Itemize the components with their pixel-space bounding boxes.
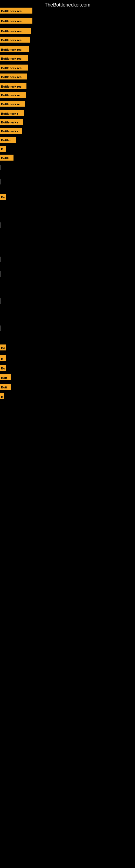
tick-line [0, 299, 1, 304]
bar-row: Bottleneck re [0, 92, 26, 98]
bar-row: B [0, 393, 4, 399]
bar-row: Bottleneck r [0, 110, 24, 116]
bar-label: Bottleneck re [0, 101, 25, 106]
bar-row: Bottleneck res [0, 65, 28, 70]
bar-row: Bottleneck resu [0, 28, 31, 34]
bar-label: Bottleneck res [0, 65, 28, 70]
bar-label: Bottleneck re [0, 92, 26, 98]
bar-label: Bottleneck resu [0, 8, 32, 13]
bar-label: Bo [0, 194, 6, 199]
bar-row: Bottleneck resu [0, 18, 32, 24]
bar-row: Bottleneck re [0, 101, 25, 106]
tick-line [0, 271, 1, 277]
bar-label: Bottleneck resu [0, 28, 31, 34]
bar-label: Bo [0, 365, 6, 371]
tick-line [0, 165, 1, 170]
bar-label: B [0, 393, 4, 399]
bar-label: Bottleneck res [0, 37, 30, 42]
bar-label: Bottleneck res [0, 46, 29, 52]
bar-label: Bottle [0, 155, 13, 161]
bar-label: Bottleneck resu [0, 18, 32, 24]
bar-row: Bottleneck res [0, 83, 27, 89]
tick-line [0, 257, 1, 262]
tick-line [0, 326, 1, 331]
bar-label: B [0, 146, 6, 152]
bar-row: Bottleneck res [0, 46, 29, 52]
bar-row: Bottleneck res [0, 55, 28, 61]
bar-row: Bo [0, 344, 6, 350]
bar-row: Bottleneck resu [0, 8, 32, 13]
tick-line [0, 179, 1, 184]
bar-row: Bo [0, 365, 6, 371]
bar-row: B [0, 146, 6, 152]
bar-row: Bottleneck res [0, 73, 27, 80]
bar-label: Bottleneck r [0, 128, 22, 134]
bar-label: Bottleneck r [0, 110, 24, 116]
bar-label: Bottleneck res [0, 55, 28, 61]
bar-row: Bottleneck res [0, 37, 30, 42]
bar-label: Bottleneck r [0, 119, 23, 125]
bar-row: B [0, 355, 6, 361]
bar-row: Bottle [0, 155, 13, 161]
bar-label: Bo [0, 344, 6, 350]
bar-row: Bottleneck r [0, 119, 23, 125]
bar-label: Bottlen [0, 137, 16, 143]
bar-row: Bott [0, 384, 11, 390]
bar-row: Bott [0, 374, 11, 380]
bar-row: Bo [0, 194, 6, 199]
bar-row: Bottleneck r [0, 128, 22, 134]
bar-label: Bott [0, 384, 11, 390]
tick-line [0, 222, 1, 228]
bar-label: Bott [0, 374, 11, 380]
bar-label: Bottleneck res [0, 73, 27, 80]
bar-label: B [0, 355, 6, 361]
bar-label: Bottleneck res [0, 83, 27, 89]
bar-row: Bottlen [0, 137, 16, 143]
